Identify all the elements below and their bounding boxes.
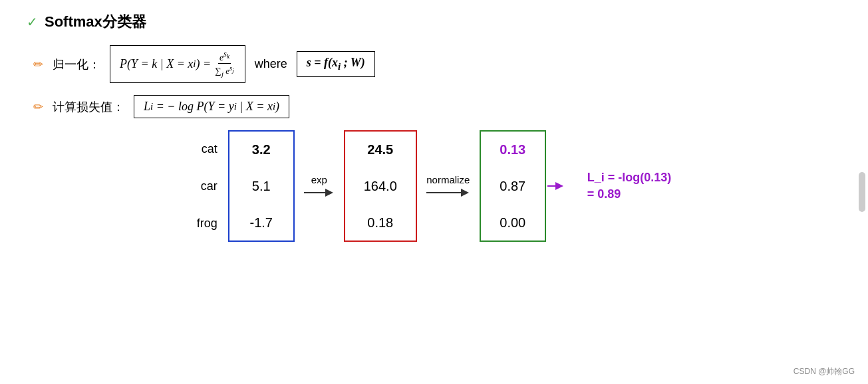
score-car: 5.1	[252, 179, 271, 194]
loss-arrow-icon	[546, 180, 566, 192]
prob-car: 0.87	[500, 179, 525, 194]
exp-box: 24.5 164.0 0.18	[344, 130, 417, 242]
pencil-icon-2: ✏	[33, 100, 43, 114]
formula1-label: 归一化：	[53, 56, 100, 72]
s-formula-box: s = f(xi ; W)	[297, 51, 375, 77]
diagram-section: cat car frog 3.2 5.1 -1.7 exp 24.5 164.0…	[27, 130, 841, 242]
exp-arrow-group: exp	[303, 174, 336, 199]
exp-label: exp	[311, 174, 327, 185]
formula1-row: ✏ 归一化： P(Y = k | X = xi) = esk ∑j esj wh…	[33, 45, 841, 83]
exp-arrow-icon	[303, 187, 336, 199]
label-cat: cat	[197, 142, 217, 156]
normalize-label: normalize	[426, 174, 470, 185]
where-text: where	[255, 57, 287, 71]
exp-frog: 0.18	[367, 215, 393, 231]
exp-cat: 24.5	[367, 142, 393, 157]
label-frog: frog	[197, 217, 217, 231]
prob-cat: 0.13	[500, 142, 525, 157]
scrollbar[interactable]	[859, 172, 865, 212]
loss-line1: L_i = -log(0.13)	[587, 171, 672, 185]
title-row: ✓ Softmax分类器	[27, 12, 841, 32]
csdn-watermark: CSDN @帅翰GG	[794, 366, 855, 377]
checkmark-icon: ✓	[27, 14, 38, 30]
class-labels: cat car frog	[197, 130, 217, 242]
exp-car: 164.0	[364, 179, 397, 194]
page-title: Softmax分类器	[45, 12, 146, 32]
score-cat: 3.2	[252, 142, 271, 157]
prob-box: 0.13 0.87 0.00	[480, 130, 546, 242]
normalize-arrow-icon	[425, 187, 472, 199]
formula1-math-box: P(Y = k | X = xi) = esk ∑j esj	[110, 45, 245, 83]
fraction: esk ∑j esj	[214, 50, 235, 78]
pencil-icon-1: ✏	[33, 57, 43, 72]
formula2-label: 计算损失值：	[53, 99, 124, 115]
formula2-math-box: Li = − log P(Y = yi | X = xi)	[134, 95, 289, 118]
score-box: 3.2 5.1 -1.7	[228, 130, 295, 242]
formula2-row: ✏ 计算损失值： Li = − log P(Y = yi | X = xi)	[33, 95, 841, 118]
normalize-arrow-group: normalize	[425, 174, 472, 199]
label-car: car	[197, 179, 217, 193]
prob-frog: 0.00	[500, 215, 525, 231]
loss-arrow-group: L_i = -log(0.13) = 0.89	[546, 171, 672, 201]
loss-line2: = 0.89	[587, 187, 672, 201]
loss-result: L_i = -log(0.13) = 0.89	[587, 171, 672, 201]
score-frog: -1.7	[250, 215, 273, 231]
